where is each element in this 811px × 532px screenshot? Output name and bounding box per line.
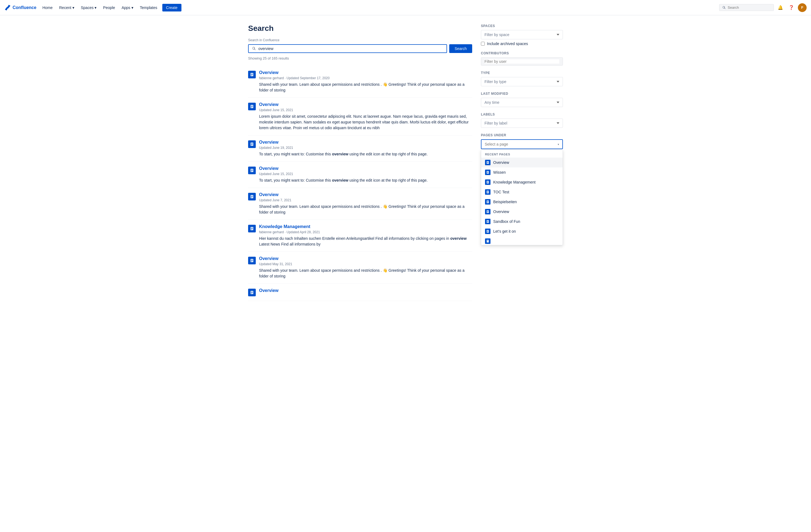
svg-rect-42 [487,182,489,183]
result-body: Knowledge Management fabienne gerhard · … [259,224,472,247]
result-body: Overview [259,288,472,296]
result-meta-2: Updated June 19, 2021 [259,146,472,150]
recent-page-label-5: Overview [493,209,509,214]
search-button[interactable]: Search [449,44,472,53]
user-avatar[interactable]: F [798,3,807,12]
page-doc-icon [485,229,490,234]
svg-rect-11 [251,145,252,145]
recent-page-label-3: TOC Test [493,190,509,194]
svg-rect-65 [487,240,489,241]
svg-rect-37 [487,172,489,172]
type-title: Type [481,71,563,75]
recent-page-label-1: Wissen [493,170,506,174]
filter-by-user-box[interactable] [481,57,563,65]
nav-home[interactable]: Home [40,4,55,12]
recent-page-item-3[interactable]: TOC Test [481,187,563,197]
nav-recent[interactable]: Recent ▾ [56,4,77,12]
page-doc-icon [485,179,490,185]
result-doc-icon [248,193,256,201]
recent-page-item-2[interactable]: Knowledge Management [481,177,563,187]
result-body: Overview Updated June 19, 2021 To start,… [259,140,472,157]
nav-templates[interactable]: Templates [137,4,160,12]
main-container: Search Search in Confluence Search Showi… [242,15,569,310]
svg-rect-22 [251,229,253,229]
result-doc-icon [248,71,256,78]
recent-page-item-1[interactable]: Wissen [481,168,563,177]
main-search-box[interactable] [248,44,447,53]
help-button[interactable]: ❓ [787,3,796,12]
result-doc-icon [248,225,256,232]
pages-under-input[interactable]: ▾ [481,139,563,149]
sidebar-labels-section: Labels Filter by label [481,112,563,128]
recent-page-item-6[interactable]: Sandbox of Fun [481,217,563,226]
svg-rect-45 [487,191,489,192]
svg-rect-47 [487,192,488,193]
result-meta-4: Updated June 7, 2021 [259,198,472,202]
filter-by-type[interactable]: Filter by type [481,77,563,86]
main-search-input[interactable] [258,46,443,51]
notification-button[interactable]: 🔔 [776,3,785,12]
nav-spaces[interactable]: Spaces ▾ [78,4,100,12]
result-excerpt-1: Lorem ipsum dolor sit amet, consectetur … [259,114,472,131]
result-body: Overview fabienne gerhard · Updated Sept… [259,70,472,93]
search-label: Search in Confluence [248,38,472,42]
pages-under-text-input[interactable] [485,142,558,146]
svg-rect-2 [251,75,253,75]
content-area: Search Search in Confluence Search Showi… [248,24,472,301]
page-doc-icon [485,209,490,214]
result-body: Overview Updated June 15, 2021 To start,… [259,166,472,183]
result-meta-3: Updated June 15, 2021 [259,172,472,176]
results-count: Showing 25 of 165 results [248,56,472,60]
create-button[interactable]: Create [162,4,181,12]
page-doc-icon [485,238,490,244]
result-title-2[interactable]: Overview [259,140,472,145]
result-title-5[interactable]: Knowledge Management [259,224,472,229]
pages-under-wrapper: ▾ RECENT PAGES Overview Wissen [481,139,563,245]
nav-apps[interactable]: Apps ▾ [119,4,136,12]
page-doc-icon [485,189,490,195]
recent-page-item-8[interactable] [481,236,563,245]
svg-rect-49 [487,201,489,202]
sidebar-contributors-section: Contributors [481,51,563,65]
result-title-6[interactable]: Overview [259,256,472,261]
search-input-row: Search [248,44,472,53]
result-body: Overview Updated June 15, 2021 Lorem ips… [259,102,472,131]
recent-page-label-2: Knowledge Management [493,180,536,184]
include-archived-label: Include archived spaces [487,42,528,46]
top-search-box[interactable] [719,4,774,11]
result-doc-icon [248,257,256,264]
filter-by-user-input[interactable] [485,59,559,64]
result-item: Overview Updated June 15, 2021 Lorem ips… [248,98,472,136]
recent-page-item-5[interactable]: Overview [481,207,563,217]
recent-page-item-0[interactable]: Overview [481,158,563,168]
navbar: Confluence Home Recent ▾ Spaces ▾ People… [0,0,811,15]
result-title-3[interactable]: Overview [259,166,472,171]
pages-under-title: Pages under [481,133,563,137]
svg-rect-21 [251,228,253,228]
last-modified-select[interactable]: Any time Today Last week Last month Last… [481,98,563,107]
result-item: Overview Updated June 19, 2021 To start,… [248,136,472,162]
svg-rect-53 [487,211,489,212]
recent-page-item-7[interactable]: Let's get it on [481,226,563,236]
svg-rect-17 [251,196,253,196]
result-title-1[interactable]: Overview [259,102,472,107]
result-body: Overview Updated June 7, 2021 Shared wit… [259,192,472,215]
result-item: Overview Updated June 15, 2021 To start,… [248,162,472,188]
logo[interactable]: Confluence [4,4,36,11]
search-icon [722,6,726,10]
result-title-0[interactable]: Overview [259,70,472,75]
result-item: Overview fabienne gerhard · Updated Sept… [248,66,472,98]
filter-by-label[interactable]: Filter by label [481,119,563,128]
filter-by-space[interactable]: Filter by space [481,30,563,39]
include-archived-checkbox[interactable] [481,42,485,46]
top-search-input[interactable] [728,5,766,10]
result-title-7[interactable]: Overview [259,288,472,293]
result-excerpt-5: Hier kannst du nach Inhalten suchen Erst… [259,236,472,247]
recent-page-item-4[interactable]: Beispielseiten [481,197,563,207]
nav-people[interactable]: People [100,4,118,12]
svg-rect-9 [251,143,253,144]
svg-rect-30 [251,293,253,293]
svg-rect-19 [251,197,252,198]
result-title-4[interactable]: Overview [259,192,472,197]
result-excerpt-3: To start, you might want to: Customise t… [259,177,472,183]
